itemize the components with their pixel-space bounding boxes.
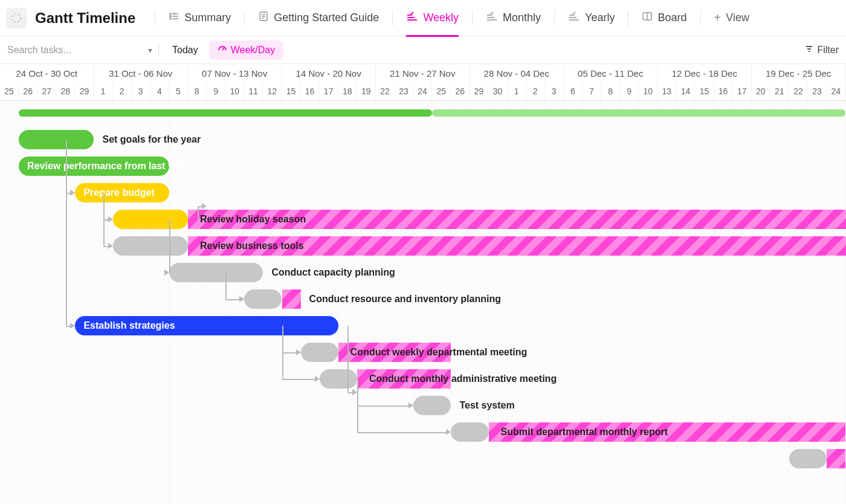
day-header-cell: 24 <box>827 82 845 100</box>
task-label: Test system <box>459 396 514 415</box>
tab-divider <box>554 10 555 26</box>
task-bar[interactable] <box>320 369 357 389</box>
search-input[interactable]: Search tasks... ▾ <box>7 45 152 56</box>
day-header-cell: 18 <box>338 82 357 100</box>
add-view-button[interactable]: + View <box>708 11 755 25</box>
board-icon <box>642 11 653 25</box>
task-bar[interactable] <box>789 449 827 468</box>
period-toggle-label: Week/Day <box>231 45 276 56</box>
day-header-cell: 1 <box>94 82 112 100</box>
day-header-cell: 10 <box>639 82 657 100</box>
task-bar[interactable] <box>113 236 188 256</box>
task-bar[interactable] <box>301 343 338 362</box>
tab-label: Getting Started Guide <box>274 11 379 24</box>
day-header-cell: 24 <box>413 82 432 100</box>
day-header-cell: 28 <box>56 82 75 100</box>
day-header-cell: 10 <box>225 82 244 100</box>
task-label: Set goals for the year <box>103 130 201 149</box>
tab-monthly[interactable]: Monthly <box>480 0 547 36</box>
day-header-cell: 2 <box>113 82 132 100</box>
day-header-cell: 9 <box>620 82 639 100</box>
day-header-cell: 3 <box>132 82 150 100</box>
task-label: Conduct capacity planning <box>271 263 395 282</box>
tab-label: Board <box>657 11 686 24</box>
task-bar-hatched[interactable] <box>827 449 845 468</box>
tab-getting-started[interactable]: Getting Started Guide <box>252 0 385 36</box>
search-placeholder: Search tasks... <box>7 45 71 56</box>
tab-label: Monthly <box>503 11 541 24</box>
week-header-cell: 05 Dec - 11 Dec <box>564 64 658 82</box>
task-bar[interactable] <box>19 130 94 149</box>
day-header-cell: 12 <box>263 82 282 100</box>
plus-icon: + <box>714 11 722 25</box>
gantt-icon <box>406 11 418 25</box>
week-header-cell: 12 Dec - 18 Dec <box>658 64 752 82</box>
task-bar[interactable] <box>113 210 188 229</box>
tab-divider <box>700 10 701 26</box>
tab-label: Summary <box>184 11 231 24</box>
tab-divider <box>155 10 155 26</box>
filter-button[interactable]: Filter <box>805 45 839 56</box>
day-row: 2526272829123458910111215161718192223242… <box>0 82 846 100</box>
week-header-cell: 14 Nov - 20 Nov <box>282 64 376 82</box>
task-bar[interactable] <box>169 263 263 282</box>
task-bar[interactable]: Prepare budget <box>75 183 169 202</box>
day-header-cell: 2 <box>526 82 545 100</box>
tab-yearly[interactable]: Yearly <box>562 0 621 36</box>
tab-divider <box>392 10 393 26</box>
day-header-cell: 7 <box>583 82 601 100</box>
day-header-cell: 25 <box>432 82 451 100</box>
app-title: Gantt Timeline <box>35 10 135 27</box>
day-header-cell: 23 <box>395 82 413 100</box>
period-toggle-button[interactable]: Week/Day <box>209 40 284 60</box>
toolbar: Search tasks... ▾ Today Week/Day Filter <box>0 36 846 64</box>
day-header-cell: 21 <box>770 82 789 100</box>
day-header-cell: 27 <box>37 82 56 100</box>
day-header-cell: 30 <box>488 82 507 100</box>
add-view-label: View <box>726 11 749 24</box>
filter-icon <box>805 45 813 56</box>
day-header-cell: 19 <box>357 82 376 100</box>
week-header-cell: 21 Nov - 27 Nov <box>376 64 470 82</box>
tab-divider <box>244 10 245 26</box>
gantt-canvas[interactable]: Set goals for the yearReview performance… <box>0 101 846 504</box>
task-label: Conduct resource and inventory planning <box>309 289 501 309</box>
tab-label: Yearly <box>585 11 615 24</box>
week-header-cell: 24 Oct - 30 Oct <box>0 64 94 82</box>
day-header-cell: 26 <box>451 82 470 100</box>
tab-board[interactable]: Board <box>636 0 693 36</box>
task-label: Review business tools <box>200 236 304 256</box>
day-header-cell: 9 <box>207 82 225 100</box>
tab-summary[interactable]: Summary <box>163 0 237 36</box>
summary-remaining-bar[interactable] <box>432 109 845 117</box>
today-button[interactable]: Today <box>167 42 203 58</box>
svg-point-6 <box>170 18 171 19</box>
task-bar-hatched[interactable] <box>282 289 301 309</box>
day-header-cell: 17 <box>320 82 338 100</box>
task-bar[interactable]: Review performance from last year <box>19 157 169 176</box>
day-header-cell: 4 <box>150 82 169 100</box>
day-header-cell: 16 <box>301 82 320 100</box>
task-label: Conduct weekly departmental meeting <box>350 343 528 362</box>
task-bar[interactable] <box>413 396 451 415</box>
summary-progress-bar[interactable] <box>19 109 432 117</box>
toolbar-divider <box>158 44 159 57</box>
day-header-cell: 20 <box>752 82 770 100</box>
task-bar[interactable] <box>244 289 282 309</box>
tab-weekly[interactable]: Weekly <box>400 0 465 36</box>
svg-line-22 <box>222 48 224 50</box>
day-header-cell: 13 <box>657 82 676 100</box>
tab-divider <box>472 10 473 26</box>
gantt-icon <box>486 11 498 25</box>
week-header-cell: 28 Nov - 04 Dec <box>470 64 564 82</box>
week-header-cell: 31 Oct - 06 Nov <box>94 64 189 82</box>
day-header-cell: 16 <box>714 82 733 100</box>
day-header-cell: 11 <box>244 82 263 100</box>
day-header-cell: 23 <box>808 82 827 100</box>
svg-point-4 <box>170 13 171 15</box>
document-icon <box>258 11 269 25</box>
task-bar[interactable] <box>451 422 488 442</box>
task-bar[interactable]: Establish strategies <box>75 316 338 335</box>
day-header-cell: 8 <box>188 82 207 100</box>
day-header-cell: 1 <box>508 82 526 100</box>
